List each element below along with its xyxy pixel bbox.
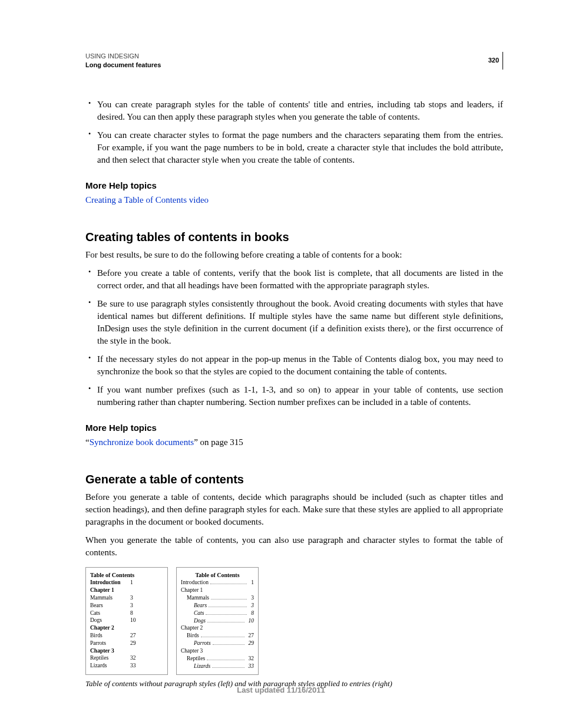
toc-entry: Birds27: [90, 632, 163, 640]
intro-bullet-list: You can create paragraph styles for the …: [85, 98, 503, 166]
toc-entry: Cats8: [90, 610, 163, 617]
toc-entry: Dogs10: [90, 617, 163, 624]
toc-entry: Bears3: [181, 602, 254, 610]
help-heading: More Help topics: [85, 421, 503, 434]
toc-figure: Table of Contents Introduction1Chapter 1…: [85, 567, 503, 689]
body-text: When you generate the table of contents,…: [85, 534, 503, 559]
list-item: You can create paragraph styles for the …: [85, 98, 503, 123]
list-item: You can create character styles to forma…: [85, 129, 503, 166]
toc-entry: Birds27: [181, 632, 254, 640]
page-footer: Last updated 11/16/2011: [0, 685, 562, 696]
toc-entry: Introduction1: [181, 579, 254, 587]
books-bullet-list: Before you create a table of contents, v…: [85, 267, 503, 409]
list-item: Be sure to use paragraph styles consiste…: [85, 298, 503, 347]
toc-entry: Parrots29: [181, 640, 254, 647]
page-number: 320: [488, 56, 499, 65]
body-text: For best results, be sure to do the foll…: [85, 249, 503, 261]
toc-entry: Cats8: [181, 610, 254, 617]
page-header: USING INDESIGN Long document features 32…: [85, 52, 503, 70]
section-heading-books: Creating tables of contents in books: [85, 229, 503, 245]
toc-entry: Chapter 1: [90, 587, 163, 594]
help-link-toc-video[interactable]: Creating a Table of Contents video: [85, 195, 209, 205]
toc-entry: Chapter 1: [181, 587, 254, 594]
toc-entry: Mammals3: [90, 594, 163, 602]
toc-example-right: Table of Contents Introduction1Chapter 1…: [176, 567, 259, 675]
toc-entry: Lizards33: [90, 662, 163, 670]
quote-open: “: [85, 437, 90, 447]
toc-entry: Introduction1: [90, 579, 163, 587]
toc-entry: Chapter 3: [90, 647, 163, 655]
toc-entry: Lizards33: [181, 663, 254, 670]
toc-entry: Dogs10: [181, 617, 254, 625]
toc-entry: Parrots29: [90, 640, 163, 647]
list-item: If the necessary styles do not appear in…: [85, 353, 503, 378]
section-heading-generate: Generate a table of contents: [85, 471, 503, 487]
toc-box-title: Table of Contents: [181, 571, 254, 579]
help-cross-reference: “Synchronize book documents” on page 315: [85, 436, 503, 449]
toc-box-title: Table of Contents: [90, 571, 163, 579]
toc-entry: Chapter 3: [181, 647, 254, 655]
help-link-sync-book[interactable]: Synchronize book documents: [90, 437, 194, 447]
toc-entry: Chapter 2: [181, 624, 254, 632]
list-item: If you want number prefixes (such as 1-1…: [85, 384, 503, 409]
toc-entry: Mammals3: [181, 594, 254, 602]
toc-example-left: Table of Contents Introduction1Chapter 1…: [85, 567, 168, 675]
toc-entry: Chapter 2: [90, 624, 163, 632]
toc-entry: Reptiles32: [181, 655, 254, 663]
page-number-bar: [503, 52, 503, 70]
list-item: Before you create a table of contents, v…: [85, 267, 503, 292]
body-text: Before you generate a table of contents,…: [85, 491, 503, 528]
doc-section: Long document features: [85, 61, 161, 70]
toc-entry: Bears3: [90, 602, 163, 610]
doc-title: USING INDESIGN: [85, 52, 161, 61]
help-heading: More Help topics: [85, 179, 503, 192]
quote-tail: ” on page 315: [194, 437, 243, 447]
toc-entry: Reptiles32: [90, 654, 163, 662]
